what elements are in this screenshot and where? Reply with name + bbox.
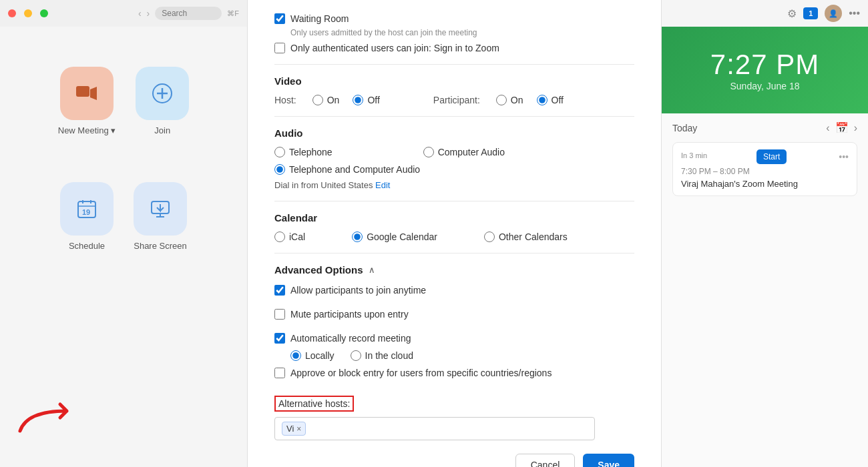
alt-hosts-input-row[interactable]: Vi × xyxy=(274,417,595,440)
cloud-option[interactable]: In the cloud xyxy=(351,350,413,361)
calendar-section-title: Calendar xyxy=(274,212,634,223)
computer-audio-label[interactable]: Computer Audio xyxy=(438,147,505,157)
sidebar: ‹ › ⌘F New Meeting ▾ Join xyxy=(0,0,247,467)
allow-participants-label[interactable]: Allow participants to join anytime xyxy=(290,285,426,296)
notification-badge[interactable]: 1 xyxy=(803,7,818,19)
minimize-icon[interactable] xyxy=(24,9,32,17)
cancel-button[interactable]: Cancel xyxy=(515,454,576,467)
telephone-label[interactable]: Telephone xyxy=(289,147,333,157)
auto-record-row: Automatically record meeting xyxy=(274,333,634,344)
modal-footer: Cancel Save xyxy=(274,440,634,467)
other-calendars-label[interactable]: Other Calendars xyxy=(499,231,568,242)
window-controls xyxy=(8,9,48,17)
avatar[interactable]: 👤 xyxy=(825,5,842,22)
new-meeting-btn[interactable]: New Meeting ▾ xyxy=(58,67,116,135)
locally-option[interactable]: Locally xyxy=(290,350,335,361)
schedule-label: Schedule xyxy=(69,241,105,251)
maximize-icon[interactable] xyxy=(40,9,48,17)
host-on-option[interactable]: On xyxy=(312,95,340,105)
next-arrow[interactable]: › xyxy=(854,122,857,134)
red-arrow-indicator xyxy=(13,384,93,440)
today-header: Today ‹ 📅 › xyxy=(672,121,857,134)
calendar-options: iCal Google Calendar Other Calendars xyxy=(274,231,634,242)
svg-marker-1 xyxy=(90,87,97,100)
ical-option[interactable]: iCal xyxy=(274,231,305,242)
other-calendars-option[interactable]: Other Calendars xyxy=(484,231,568,242)
divider-video xyxy=(274,64,634,65)
advanced-options-toggle-icon: ∧ xyxy=(369,265,375,275)
svg-text:19: 19 xyxy=(82,208,90,216)
search-input[interactable] xyxy=(155,7,222,20)
today-label: Today xyxy=(672,123,697,133)
close-icon[interactable] xyxy=(8,9,16,17)
google-calendar-label[interactable]: Google Calendar xyxy=(367,231,437,242)
locally-label[interactable]: Locally xyxy=(305,350,335,361)
divider-advanced xyxy=(274,253,634,254)
schedule-icon: 19 xyxy=(60,182,114,236)
host-on-label[interactable]: On xyxy=(327,95,340,105)
video-section-title: Video xyxy=(274,75,634,87)
more-options-icon[interactable]: ••• xyxy=(849,7,860,19)
participant-on-option[interactable]: On xyxy=(496,95,523,105)
mute-participants-checkbox[interactable] xyxy=(274,309,285,320)
authenticated-label[interactable]: Only authenticated users can join: Sign … xyxy=(290,43,499,53)
schedule-btn[interactable]: 19 Schedule xyxy=(60,182,114,251)
allow-participants-row: Allow participants to join anytime xyxy=(274,285,634,296)
mute-participants-label[interactable]: Mute participants upon entry xyxy=(290,309,409,320)
approve-block-checkbox[interactable] xyxy=(274,368,285,378)
start-button[interactable]: Start xyxy=(756,149,787,164)
telephone-computer-option[interactable]: Telephone and Computer Audio xyxy=(274,164,634,175)
alt-hosts-label: Alternative hosts: xyxy=(274,396,354,412)
approve-block-row: Approve or block entry for users from sp… xyxy=(274,368,634,378)
advanced-options-title: Advanced Options xyxy=(274,264,363,276)
participant-on-label[interactable]: On xyxy=(511,95,523,105)
event-time: 7:30 PM – 8:00 PM xyxy=(681,167,849,176)
participant-off-label[interactable]: Off xyxy=(552,95,564,105)
host-label: Host: xyxy=(274,95,296,105)
audio-section-title: Audio xyxy=(274,127,634,139)
right-top-bar: ⚙ 1 👤 ••• xyxy=(662,0,868,27)
ical-label[interactable]: iCal xyxy=(289,231,305,242)
share-screen-icon xyxy=(134,182,187,236)
google-calendar-option[interactable]: Google Calendar xyxy=(352,231,437,242)
telephone-computer-label[interactable]: Telephone and Computer Audio xyxy=(289,164,420,175)
auto-record-label[interactable]: Automatically record meeting xyxy=(290,333,411,344)
host-tag-remove[interactable]: × xyxy=(296,424,301,434)
waiting-room-checkbox[interactable] xyxy=(274,13,285,24)
main-actions-row: New Meeting ▾ Join xyxy=(58,67,189,135)
share-screen-btn[interactable]: Share Screen xyxy=(134,182,187,251)
prev-arrow[interactable]: ‹ xyxy=(826,122,829,134)
join-btn[interactable]: Join xyxy=(136,67,189,135)
clock-display: 7:27 PM Sunday, June 18 xyxy=(662,27,868,113)
new-meeting-icon xyxy=(60,67,114,120)
modal-content: Waiting Room Only users admitted by the … xyxy=(247,0,661,467)
auto-record-checkbox[interactable] xyxy=(274,333,285,344)
host-off-label[interactable]: Off xyxy=(367,95,379,105)
calendar-small-icon[interactable]: 📅 xyxy=(835,121,849,134)
dial-in-label: Dial in from United States xyxy=(274,180,373,190)
host-off-option[interactable]: Off xyxy=(353,95,379,105)
gear-icon[interactable]: ⚙ xyxy=(787,7,797,20)
advanced-options-header[interactable]: Advanced Options ∧ xyxy=(274,264,634,276)
record-location-row: Locally In the cloud xyxy=(290,350,634,361)
event-in-min: In 3 min xyxy=(681,151,707,159)
in-the-cloud-label[interactable]: In the cloud xyxy=(365,350,413,361)
calendar-panel-body: Today ‹ 📅 › In 3 min Start ••• 7:30 PM –… xyxy=(662,113,868,467)
save-button[interactable]: Save xyxy=(583,454,634,467)
mute-participants-row: Mute participants upon entry xyxy=(274,309,634,320)
computer-audio-option[interactable]: Computer Audio xyxy=(423,147,505,157)
event-more-icon[interactable]: ••• xyxy=(839,151,849,162)
new-meeting-label: New Meeting ▾ xyxy=(58,125,116,135)
shortcut-label: ⌘F xyxy=(227,9,239,18)
approve-block-label[interactable]: Approve or block entry for users from sp… xyxy=(290,368,552,378)
authenticated-checkbox[interactable] xyxy=(274,43,285,53)
telephone-option[interactable]: Telephone xyxy=(274,147,333,157)
edit-link[interactable]: Edit xyxy=(375,180,390,190)
allow-participants-checkbox[interactable] xyxy=(274,285,285,296)
share-screen-label: Share Screen xyxy=(134,241,187,251)
back-icon[interactable]: ‹ xyxy=(138,8,142,19)
waiting-room-label[interactable]: Waiting Room xyxy=(290,13,349,24)
forward-icon[interactable]: › xyxy=(147,8,150,19)
alt-hosts-section: Alternative hosts: Vi × xyxy=(274,396,634,440)
participant-off-option[interactable]: Off xyxy=(537,95,564,105)
